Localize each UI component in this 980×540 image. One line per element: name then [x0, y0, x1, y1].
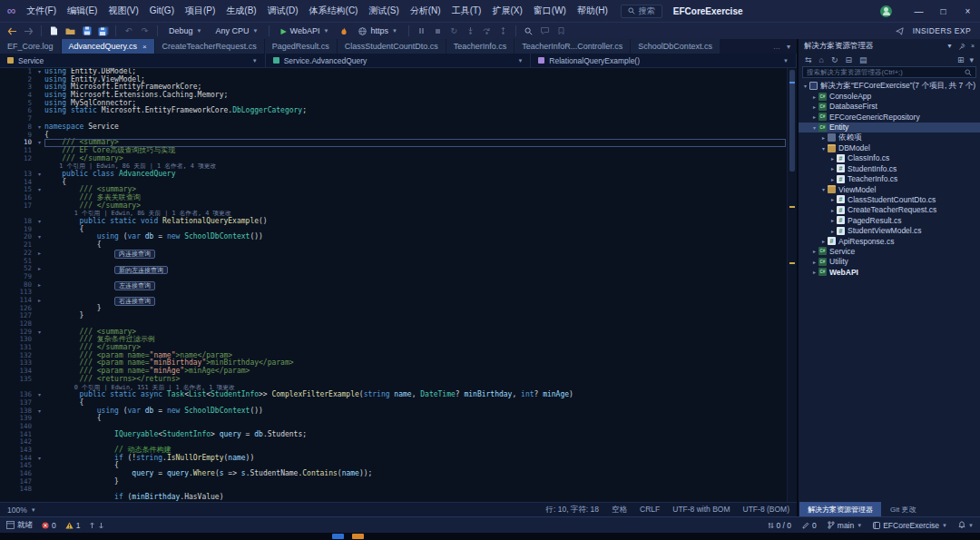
step-out-icon[interactable] [496, 25, 510, 38]
menu-item[interactable]: 文件(F) [21, 0, 62, 22]
document-tab[interactable]: ClassStudentCountDto.cs [338, 39, 446, 54]
tab-list-icon[interactable]: ▾ [787, 43, 790, 51]
editor-status-item[interactable]: UTF-8 (BOM) [743, 505, 789, 515]
expander-icon[interactable]: ▾ [801, 83, 809, 89]
tab-solution-explorer[interactable]: 解决方案资源管理器 [799, 502, 881, 516]
start-debugging-button[interactable]: ▶WebAPI▼ [275, 26, 334, 35]
menu-item[interactable]: 帮助(H) [572, 0, 613, 22]
fold-marker[interactable]: ▾ [34, 407, 44, 416]
pause-icon[interactable] [415, 25, 428, 38]
tree-item[interactable]: ▸依赖项 [799, 133, 980, 142]
document-tab[interactable]: AdvancedQuery.cs× [62, 39, 154, 54]
document-tab[interactable]: TeacherInfo.cs [446, 39, 514, 54]
feedback-icon[interactable] [893, 25, 906, 38]
fold-marker[interactable]: ▸ [34, 265, 44, 273]
document-tab[interactable]: SchoolDbContext.cs [631, 39, 720, 54]
fold-marker[interactable]: ▸ [34, 297, 44, 305]
new-file-icon[interactable] [47, 25, 61, 38]
breadcrumb-segment[interactable]: Service.AdvancedQuery▼ [266, 54, 532, 67]
tree-item[interactable]: ▸C#Utility [799, 257, 980, 267]
expander-icon[interactable]: ▾ [819, 186, 828, 192]
fold-marker[interactable]: ▾ [34, 329, 44, 337]
redo-icon[interactable]: ↷ [138, 25, 152, 38]
expander-icon[interactable]: ▸ [810, 259, 818, 265]
editor-status-item[interactable]: CRLF [640, 505, 660, 515]
insiders-exp-badge[interactable]: INSIDERS EXP [913, 26, 971, 35]
close-icon[interactable]: × [971, 43, 975, 49]
zoom-control[interactable]: 100% ▼ [7, 506, 36, 515]
expander-icon[interactable]: ▸ [828, 155, 837, 162]
find-in-files-icon[interactable] [522, 25, 535, 38]
chevron-down-icon[interactable]: ▼ [783, 58, 789, 64]
comment-icon[interactable] [538, 25, 552, 38]
launch-profile-dropdown[interactable]: https▼ [353, 26, 402, 35]
menu-item[interactable]: 分析(N) [405, 0, 446, 22]
close-button[interactable]: × [956, 0, 980, 22]
expander-icon[interactable]: ▾ [810, 124, 818, 131]
scrollbar-thumb[interactable] [789, 70, 795, 172]
undo-icon[interactable]: ↶ [122, 25, 135, 38]
fold-marker[interactable]: ▸ [34, 281, 44, 290]
tab-git-changes[interactable]: Git 更改 [882, 502, 924, 516]
breadcrumb-segment[interactable]: RelationalQueryExample()▼ [531, 54, 797, 67]
configuration-dropdown[interactable]: Debug▼ [163, 26, 207, 35]
expander-icon[interactable]: ▸ [828, 165, 837, 172]
tree-item[interactable]: ▸#ClassInfo.cs [799, 153, 980, 163]
tree-item[interactable]: ▸#TeacherInfo.cs [799, 174, 980, 184]
document-tab[interactable]: EF_Core.log [0, 39, 61, 54]
fold-marker[interactable]: ▾ [34, 233, 44, 241]
menu-item[interactable]: 工具(T) [446, 0, 487, 22]
pending-edits[interactable]: 0 [802, 521, 817, 530]
fold-marker[interactable]: ▾ [34, 455, 44, 463]
maximize-button[interactable]: □ [931, 0, 956, 22]
breadcrumb-segment[interactable]: Service▼ [0, 54, 266, 67]
navigate-back-icon[interactable] [5, 25, 19, 38]
expander-icon[interactable]: ▸ [810, 269, 818, 275]
open-file-icon[interactable] [64, 25, 77, 38]
tree-item[interactable]: ▸#CreateTeacherRequest.cs [799, 205, 980, 215]
filter-icon[interactable]: ▾ [969, 55, 974, 64]
menu-item[interactable]: 视图(V) [103, 0, 143, 22]
menu-item[interactable]: 测试(S) [363, 0, 404, 22]
fold-marker[interactable]: ▾ [34, 68, 44, 76]
tree-item[interactable]: ▾C#Entity [799, 123, 980, 133]
collapse-all-icon[interactable]: ⊟ [846, 55, 853, 64]
document-tab[interactable]: PagedResult.cs [265, 39, 337, 54]
fold-marker[interactable]: ▾ [34, 218, 44, 226]
hot-reload-icon[interactable] [337, 25, 350, 38]
fold-marker[interactable]: ▾ [34, 186, 44, 194]
expander-icon[interactable]: ▸ [828, 176, 837, 182]
tree-item[interactable]: ▸#StudentInfo.cs [799, 163, 980, 173]
properties-icon[interactable]: ▤ [859, 55, 867, 64]
notifications[interactable]: ▼ [958, 521, 974, 529]
tree-item[interactable]: ▸#ApiResponse.cs [799, 236, 980, 246]
expander-icon[interactable]: ▸ [810, 103, 818, 110]
platform-dropdown[interactable]: Any CPU▼ [210, 26, 263, 35]
menu-item[interactable]: 项目(P) [180, 0, 220, 22]
tree-item[interactable]: ▾解决方案“EFCoreExercise”(7 个项目, 共 7 个) [799, 81, 980, 91]
fold-marker[interactable]: ▸ [34, 250, 44, 258]
restart-icon[interactable]: ↻ [447, 25, 461, 38]
editor-status-item[interactable]: UTF-8 with BOM [672, 505, 730, 515]
menu-item[interactable]: 体系结构(C) [304, 0, 364, 22]
expander-icon[interactable]: ▸ [828, 207, 837, 213]
expander-icon[interactable]: ▸ [810, 113, 818, 120]
preview-selected-icon[interactable]: ⊞ [957, 55, 965, 64]
save-all-icon[interactable] [96, 25, 110, 38]
tree-item[interactable]: ▸C#EFCoreGenericRepository [799, 112, 980, 122]
tree-item[interactable]: ▾DBModel [799, 142, 980, 152]
tree-item[interactable]: ▸C#Service [799, 246, 980, 256]
error-count[interactable]: 0 [42, 521, 56, 530]
navigate-forward-icon[interactable] [22, 25, 35, 38]
menu-item[interactable]: 编辑(E) [62, 0, 103, 22]
quick-search[interactable]: 搜索 [621, 5, 662, 18]
save-icon[interactable] [80, 25, 93, 38]
pin-icon[interactable] [958, 43, 965, 50]
expander-icon[interactable]: ▸ [819, 134, 828, 141]
menu-item[interactable]: 生成(B) [220, 0, 261, 22]
more-tabs-icon[interactable]: … [773, 43, 780, 51]
fold-marker[interactable]: ▾ [34, 139, 44, 147]
tree-item[interactable]: ▸C#ConsoleApp [799, 91, 980, 101]
switch-views-icon[interactable]: ⇆ [805, 55, 812, 64]
stop-icon[interactable] [431, 25, 445, 38]
